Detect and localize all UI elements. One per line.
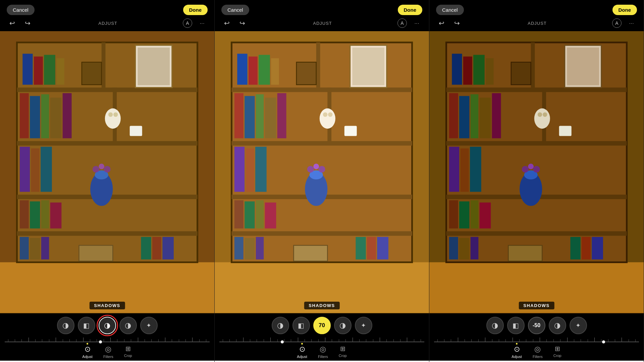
svg-point-32	[104, 166, 110, 173]
auto-button-center[interactable]: A	[397, 18, 407, 28]
svg-rect-87	[293, 245, 327, 261]
filters-nav-label-center: Filters	[318, 355, 328, 359]
left-icons-center: ↩ ↪	[221, 18, 248, 28]
tool-brilliance-center[interactable]: ◧	[292, 317, 310, 334]
nav-filters-right[interactable]: ◎ Filters	[533, 345, 543, 359]
brilliance-icon-left: ◧	[83, 321, 90, 329]
cancel-button-right[interactable]: Cancel	[436, 5, 464, 15]
tool-highlights-center[interactable]: ✦	[355, 317, 372, 334]
tool-exposure-right[interactable]: ◑	[486, 317, 504, 334]
done-button-center[interactable]: Done	[398, 5, 423, 15]
photo-left: SHADOWS	[0, 31, 214, 313]
svg-point-109	[534, 108, 550, 129]
tools-row-right: ◑ ◧ -50 ◑ ✦	[429, 313, 644, 336]
nav-crop-center[interactable]: ⊞ Crop	[339, 345, 347, 358]
svg-rect-129	[582, 237, 591, 259]
svg-rect-112	[559, 126, 572, 136]
svg-rect-27	[41, 147, 52, 192]
redo-button-right[interactable]: ↪	[451, 18, 462, 28]
tools-row-center: ◑ ◧ 70 ◑ ✦	[215, 313, 429, 336]
svg-rect-24	[130, 126, 142, 136]
crop-nav-label-left: Crop	[124, 354, 132, 358]
cancel-button-left[interactable]: Cancel	[7, 5, 35, 15]
svg-rect-125	[449, 237, 458, 259]
svg-rect-107	[480, 98, 491, 138]
svg-rect-70	[246, 148, 254, 192]
more-button-left[interactable]: ···	[197, 18, 208, 28]
redo-button-left[interactable]: ↪	[22, 18, 33, 28]
svg-rect-36	[50, 202, 62, 228]
exposure-icon-center: ◑	[277, 321, 283, 330]
more-button-right[interactable]: ···	[626, 18, 637, 28]
track-dot-left	[99, 341, 102, 344]
nav-adjust-right[interactable]: ⊙ Adjust	[512, 345, 522, 359]
svg-rect-3	[17, 87, 197, 92]
bookshelf-svg-center	[215, 31, 429, 313]
photo-bg-right	[429, 31, 644, 313]
tool-exposure-center[interactable]: ◑	[272, 317, 289, 334]
nav-crop-right[interactable]: ⊞ Crop	[553, 345, 561, 358]
svg-rect-124	[480, 202, 491, 228]
svg-rect-130	[592, 237, 603, 259]
tool-contrast-left[interactable]: ◑	[119, 317, 137, 334]
photo-bg-left	[0, 31, 214, 313]
svg-rect-12	[56, 58, 64, 85]
adjust-nav-label-center: Adjust	[297, 355, 307, 359]
slider-center[interactable]	[215, 336, 429, 343]
svg-rect-122	[459, 201, 469, 229]
undo-button-center[interactable]: ↩	[221, 18, 232, 28]
auto-button-left[interactable]: A	[183, 18, 192, 28]
tool-highlights-left[interactable]: ✦	[140, 317, 158, 334]
nav-adjust-center[interactable]: ⊙ Adjust	[297, 345, 307, 359]
undo-button-right[interactable]: ↩	[436, 18, 447, 28]
slider-right[interactable]	[429, 336, 644, 343]
crop-nav-label-right: Crop	[553, 354, 561, 358]
nav-dot-adjust-center	[301, 343, 303, 345]
svg-rect-40	[141, 237, 151, 259]
svg-rect-78	[245, 201, 255, 229]
done-button-left[interactable]: Done	[183, 5, 208, 15]
photo-bg-center	[215, 31, 429, 313]
svg-rect-48	[231, 141, 412, 145]
tool-shadows-left[interactable]: ◑	[99, 317, 116, 334]
done-button-right[interactable]: Done	[612, 5, 637, 15]
svg-rect-50	[231, 231, 412, 236]
svg-rect-115	[470, 147, 481, 192]
svg-rect-91	[446, 87, 627, 92]
bookshelf-svg-right	[429, 31, 644, 313]
tool-highlights-right[interactable]: ✦	[570, 317, 587, 334]
top-bar-left: Cancel Done	[0, 0, 214, 18]
svg-rect-127	[471, 237, 479, 259]
svg-rect-103	[511, 62, 531, 84]
tool-shadows-center[interactable]: 70	[313, 317, 331, 334]
top-bar-center: Cancel Done	[215, 0, 429, 18]
tool-shadows-right[interactable]: -50	[528, 317, 545, 334]
track-dot-center	[281, 341, 284, 344]
tool-contrast-right[interactable]: ◑	[549, 317, 566, 334]
more-button-center[interactable]: ···	[412, 18, 422, 28]
auto-button-right[interactable]: A	[612, 18, 622, 28]
tool-brilliance-right[interactable]: ◧	[507, 317, 525, 334]
cancel-button-center[interactable]: Cancel	[221, 5, 249, 15]
svg-rect-59	[297, 62, 316, 84]
slider-left[interactable]	[0, 336, 214, 343]
svg-rect-53	[237, 54, 247, 84]
svg-point-110	[538, 112, 542, 117]
tool-exposure-left[interactable]: ◑	[57, 317, 74, 334]
redo-button-center[interactable]: ↪	[237, 18, 248, 28]
nav-filters-left[interactable]: ◎ Filters	[103, 345, 113, 359]
filters-nav-icon-center: ◎	[320, 345, 326, 354]
svg-rect-62	[256, 94, 264, 138]
bottom-nav-right: ⊙ Adjust ◎ Filters ⊞ Crop	[429, 343, 644, 361]
tool-brilliance-left[interactable]: ◧	[78, 317, 95, 334]
nav-adjust-left[interactable]: ⊙ Adjust	[82, 345, 93, 359]
nav-filters-center[interactable]: ◎ Filters	[318, 345, 328, 359]
svg-rect-7	[102, 43, 106, 88]
icon-row-right: ↩ ↪ ADJUST A ···	[429, 18, 644, 31]
svg-rect-51	[316, 43, 320, 88]
bottom-line-left	[0, 361, 214, 362]
undo-button-left[interactable]: ↩	[7, 18, 17, 28]
svg-rect-68	[344, 126, 357, 136]
nav-crop-left[interactable]: ⊞ Crop	[124, 345, 132, 358]
tool-contrast-center[interactable]: ◑	[334, 317, 352, 334]
